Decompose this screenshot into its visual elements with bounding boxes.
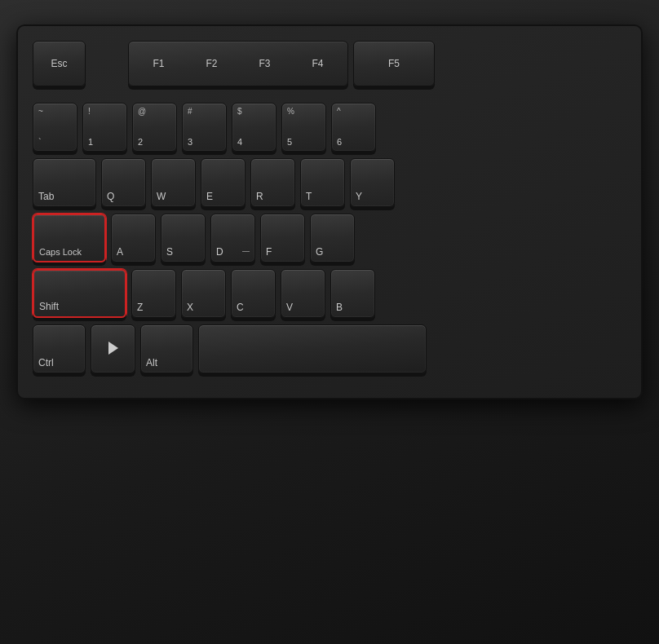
key-6[interactable]: ^ 6 (331, 103, 376, 152)
e-key[interactable]: E (201, 158, 245, 207)
caps-lock-key[interactable]: Caps Lock (33, 214, 106, 262)
ctrl-key[interactable]: Ctrl (33, 324, 86, 373)
f3-key[interactable]: F3 (252, 58, 276, 69)
s-key[interactable]: S (161, 214, 206, 262)
f1-f4-group: F1 F2 F3 F4 (128, 41, 348, 86)
z-key[interactable]: Z (131, 269, 176, 318)
f5-group: F5 (353, 41, 435, 86)
f1-key[interactable]: F1 (146, 58, 170, 69)
key-4[interactable]: $ 4 (232, 103, 276, 152)
tilde-key[interactable]: ~ ` (33, 103, 77, 152)
c-key[interactable]: C (231, 269, 276, 318)
x-key[interactable]: X (181, 269, 226, 318)
caps-row: Caps Lock A S D — F G (33, 214, 626, 262)
keyboard-surface: Esc F1 F2 F3 F4 F5 ~ ` ! 1 (16, 24, 643, 399)
b-key[interactable]: B (330, 269, 375, 318)
shift-row: Shift Z X C V B (33, 269, 626, 318)
number-row: ~ ` ! 1 @ 2 # 3 $ 4 % 5 (33, 103, 626, 152)
esc-key[interactable]: Esc (33, 41, 86, 86)
ctrl-row: Ctrl Alt (33, 324, 626, 373)
left-shift-key[interactable]: Shift (33, 269, 126, 318)
tab-row: Tab Q W E R T Y (33, 158, 626, 207)
f4-key[interactable]: F4 (305, 58, 330, 69)
a-key[interactable]: A (111, 214, 156, 262)
f2-key[interactable]: F2 (199, 58, 223, 69)
win-key[interactable] (91, 324, 135, 373)
r-key[interactable]: R (250, 158, 295, 207)
w-key[interactable]: W (151, 158, 196, 207)
f-key[interactable]: F (260, 214, 305, 262)
f5-key[interactable]: F5 (382, 58, 406, 69)
function-key-row: Esc F1 F2 F3 F4 F5 (33, 41, 626, 86)
tab-key[interactable]: Tab (33, 158, 96, 207)
d-key[interactable]: D — (210, 214, 255, 262)
g-key[interactable]: G (310, 214, 355, 262)
t-key[interactable]: T (300, 158, 345, 207)
q-key[interactable]: Q (101, 158, 146, 207)
keyboard: Esc F1 F2 F3 F4 F5 ~ ` ! 1 (0, 0, 659, 644)
key-5[interactable]: % 5 (281, 103, 326, 152)
alt-key[interactable]: Alt (140, 324, 193, 373)
key-3[interactable]: # 3 (182, 103, 227, 152)
space-key[interactable] (198, 324, 427, 373)
v-key[interactable]: V (281, 269, 325, 318)
y-key[interactable]: Y (350, 158, 395, 207)
key-2[interactable]: @ 2 (132, 103, 177, 152)
chevron-right-icon (108, 342, 118, 357)
key-1[interactable]: ! 1 (82, 103, 127, 152)
